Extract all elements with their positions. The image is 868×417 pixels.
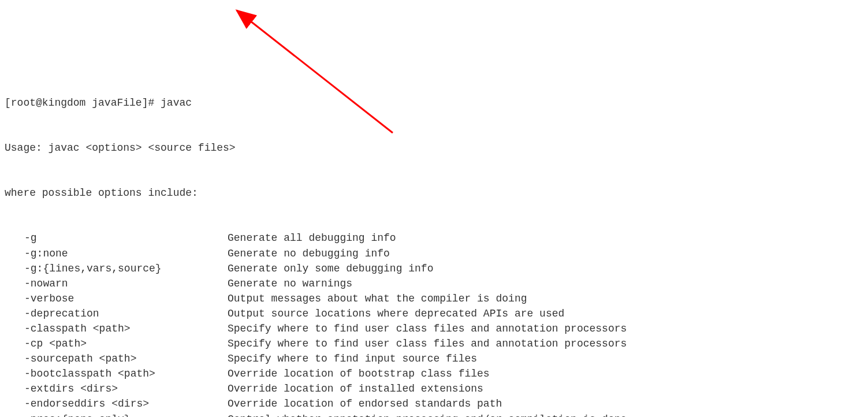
option-flag: -extdirs <dirs>	[24, 381, 228, 396]
option-row: -extdirs <dirs>Override location of inst…	[5, 381, 863, 396]
option-flag: -bootclasspath <path>	[24, 366, 228, 381]
option-description: Override location of bootstrap class fil…	[228, 366, 863, 381]
option-row: -sourcepath <path>Specify where to find …	[5, 351, 863, 366]
option-indent	[5, 336, 24, 351]
option-flag: -verbose	[24, 291, 228, 306]
option-description: Generate no debugging info	[228, 246, 863, 261]
option-flag: -nowarn	[24, 276, 228, 291]
option-indent	[5, 366, 24, 381]
option-indent	[5, 246, 24, 261]
usage-line: Usage: javac <options> <source files>	[5, 140, 863, 155]
option-row: -proc:{none,only}Control whether annotat…	[5, 412, 863, 417]
option-description: Output messages about what the compiler …	[228, 291, 863, 306]
option-flag: -proc:{none,only}	[24, 412, 228, 417]
option-row: -endorseddirs <dirs>Override location of…	[5, 396, 863, 411]
option-flag: -cp <path>	[24, 336, 228, 351]
option-description: Control whether annotation processing an…	[228, 412, 863, 417]
option-description: Specify where to find user class files a…	[228, 336, 863, 351]
option-indent	[5, 306, 24, 321]
option-indent	[5, 230, 24, 245]
option-row: -deprecationOutput source locations wher…	[5, 306, 863, 321]
option-indent	[5, 276, 24, 291]
terminal-output: [root@kingdom javaFile]# javac Usage: ja…	[5, 65, 863, 417]
command-prompt-line: [root@kingdom javaFile]# javac	[5, 95, 863, 110]
option-flag: -g	[24, 230, 228, 245]
option-description: Generate all debugging info	[228, 230, 863, 245]
option-row: -verboseOutput messages about what the c…	[5, 291, 863, 306]
option-description: Specify where to find user class files a…	[228, 321, 863, 336]
option-flag: -endorseddirs <dirs>	[24, 396, 228, 411]
option-description: Output source locations where deprecated…	[228, 306, 863, 321]
option-indent	[5, 381, 24, 396]
option-flag: -sourcepath <path>	[24, 351, 228, 366]
option-flag: -deprecation	[24, 306, 228, 321]
option-description: Generate no warnings	[228, 276, 863, 291]
option-row: -classpath <path>Specify where to find u…	[5, 321, 863, 336]
where-line: where possible options include:	[5, 185, 863, 200]
option-row: -gGenerate all debugging info	[5, 230, 863, 245]
option-row: -g:noneGenerate no debugging info	[5, 246, 863, 261]
option-indent	[5, 396, 24, 411]
option-indent	[5, 412, 24, 417]
option-indent	[5, 261, 24, 276]
option-row: -cp <path>Specify where to find user cla…	[5, 336, 863, 351]
options-list: -gGenerate all debugging info-g:noneGene…	[5, 230, 863, 417]
option-flag: -g:none	[24, 246, 228, 261]
option-indent	[5, 351, 24, 366]
option-description: Specify where to find input source files	[228, 351, 863, 366]
option-row: -g:{lines,vars,source}Generate only some…	[5, 261, 863, 276]
option-flag: -g:{lines,vars,source}	[24, 261, 228, 276]
option-description: Generate only some debugging info	[228, 261, 863, 276]
option-row: -nowarnGenerate no warnings	[5, 276, 863, 291]
option-row: -bootclasspath <path>Override location o…	[5, 366, 863, 381]
option-indent	[5, 321, 24, 336]
option-flag: -classpath <path>	[24, 321, 228, 336]
option-description: Override location of endorsed standards …	[228, 396, 863, 411]
option-indent	[5, 291, 24, 306]
option-description: Override location of installed extension…	[228, 381, 863, 396]
